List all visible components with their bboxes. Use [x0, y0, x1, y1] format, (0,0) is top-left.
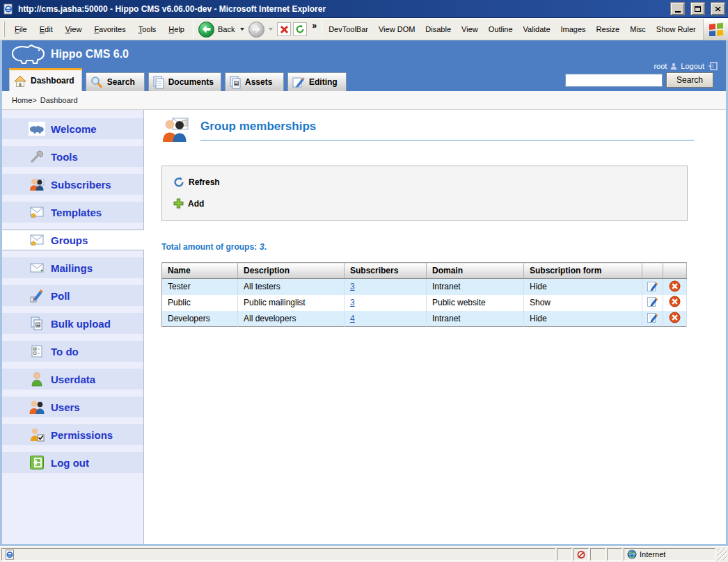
sidebar-item-label: Groups [51, 234, 88, 246]
sidebar-item-mailings[interactable]: Mailings [2, 257, 143, 278]
sidebar-item-welcome[interactable]: Welcome [2, 118, 143, 139]
sidebar: Welcome Tools Subscribers Templates Grou… [2, 110, 144, 544]
edit-group-button[interactable] [647, 296, 659, 308]
sidebar-item-label: Subscribers [51, 179, 111, 191]
sidebar-item-permissions[interactable]: Permissions [2, 424, 143, 445]
back-dropdown-icon[interactable] [240, 28, 244, 31]
devbar-item-images[interactable]: Images [561, 25, 586, 33]
editing-icon [292, 76, 306, 89]
page-viewport: Hippo CMS 6.0 root Logout Dashboard Sear… [0, 40, 728, 546]
menu-tools[interactable]: Tools [132, 22, 163, 36]
subscribers-link[interactable]: 3 [350, 298, 355, 307]
menu-favorites[interactable]: Favorites [88, 22, 132, 36]
devbar-item-view[interactable]: View [461, 25, 478, 33]
sidebar-item-to-do[interactable]: To do [2, 341, 143, 362]
maximize-button[interactable] [690, 2, 705, 15]
security-zone-cell: Internet [624, 548, 715, 561]
tab-dashboard[interactable]: Dashboard [9, 68, 82, 91]
sidebar-item-users[interactable]: Users [2, 396, 143, 417]
heading-wrap: Group memberships [200, 114, 694, 140]
resize-grip[interactable] [717, 548, 727, 561]
stop-button[interactable] [277, 22, 291, 36]
back-button[interactable] [198, 22, 214, 38]
edit-group-button[interactable] [647, 280, 659, 292]
sidebar-item-tools[interactable]: Tools [2, 146, 143, 167]
status-cell-empty [590, 548, 606, 561]
logout-door-icon[interactable] [708, 62, 718, 70]
menu-file[interactable]: File [8, 22, 33, 36]
menu-help[interactable]: Help [162, 22, 191, 36]
document-icon [152, 76, 165, 89]
wrench-icon [29, 149, 45, 164]
group-subscription-form: Show [524, 295, 642, 311]
devbar-item-resize[interactable]: Resize [596, 25, 620, 33]
sidebar-item-label: Mailings [51, 262, 93, 274]
devbar-item-misc[interactable]: Misc [630, 25, 646, 33]
tab-label: Documents [168, 77, 214, 87]
maximize-icon [695, 6, 701, 12]
tab-assets[interactable]: Assets [225, 72, 284, 91]
add-icon [173, 198, 184, 209]
status-message-cell [1, 548, 555, 561]
column-edit [642, 263, 663, 279]
subscribers-link[interactable]: 4 [350, 314, 355, 323]
sidebar-item-label: Log out [51, 457, 89, 469]
column-subscription-form: Subscription form [524, 263, 642, 279]
tab-editing[interactable]: Editing [287, 72, 347, 91]
devbar-item-validate[interactable]: Validate [523, 25, 551, 33]
tab-label: Editing [309, 77, 338, 87]
sidebar-item-bulk-upload[interactable]: Bulk upload [2, 313, 143, 334]
search-input[interactable] [565, 74, 663, 87]
back-arrow-icon [202, 25, 211, 33]
edit-group-button[interactable] [647, 312, 659, 324]
toolbar-grip[interactable] [3, 22, 5, 37]
search-button[interactable]: Search [666, 72, 713, 88]
devbar-item-show-ruler[interactable]: Show Ruler [656, 25, 696, 33]
devbar-item-disable[interactable]: Disable [425, 25, 451, 33]
close-button[interactable] [711, 2, 725, 15]
table-row: Public Public mailinglist 3 Public websi… [162, 295, 687, 311]
sidebar-item-templates[interactable]: Templates [2, 202, 143, 223]
devbar-item-outline[interactable]: Outline [489, 25, 513, 33]
sidebar-item-userdata[interactable]: Userdata [2, 369, 143, 390]
toolbar-overflow-chevron[interactable]: » [312, 21, 317, 31]
delete-group-button[interactable] [669, 296, 681, 308]
sidebar-item-subscribers[interactable]: Subscribers [2, 174, 143, 195]
forward-dropdown-icon[interactable] [269, 28, 273, 31]
column-domain: Domain [427, 263, 524, 279]
ie-page-icon [5, 549, 15, 560]
sidebar-item-log-out[interactable]: Log out [2, 452, 143, 473]
stop-icon [280, 25, 289, 34]
tab-bar: Dashboard Search Documents Assets Editin… [2, 68, 726, 91]
devbar-item-devtoolbar[interactable]: DevToolBar [329, 25, 368, 33]
breadcrumb-home[interactable]: Home> [12, 96, 37, 104]
back-label[interactable]: Back [216, 25, 236, 33]
tab-search[interactable]: Search [86, 72, 145, 91]
subscribers-icon [29, 177, 45, 192]
popup-blocked-cell[interactable] [573, 548, 589, 561]
username: root [654, 62, 667, 70]
delete-group-button[interactable] [669, 280, 681, 292]
group-description: Public mailinglist [238, 295, 345, 311]
column-delete [663, 263, 687, 279]
menu-edit[interactable]: Edit [33, 22, 59, 36]
group-domain: Public website [427, 295, 524, 311]
delete-group-button[interactable] [669, 312, 681, 324]
menu-view[interactable]: View [59, 22, 88, 36]
add-action[interactable]: Add [173, 198, 204, 209]
forward-button[interactable] [248, 22, 264, 38]
subscribers-link[interactable]: 3 [350, 282, 355, 291]
sidebar-item-label: Bulk upload [51, 318, 111, 330]
sidebar-item-poll[interactable]: Poll [2, 285, 143, 306]
refresh-action[interactable]: Refresh [173, 177, 220, 188]
logout-link[interactable]: Logout [681, 62, 704, 70]
devbar-item-view-dom[interactable]: View DOM [379, 25, 415, 33]
group-domain: Intranet [427, 279, 524, 295]
tab-documents[interactable]: Documents [148, 72, 221, 91]
search-icon [90, 76, 104, 89]
sidebar-item-groups[interactable]: Groups [2, 230, 144, 250]
zone-label: Internet [640, 550, 665, 559]
minimize-button[interactable] [670, 2, 685, 15]
status-cell-empty [607, 548, 622, 561]
refresh-button[interactable] [293, 22, 307, 36]
